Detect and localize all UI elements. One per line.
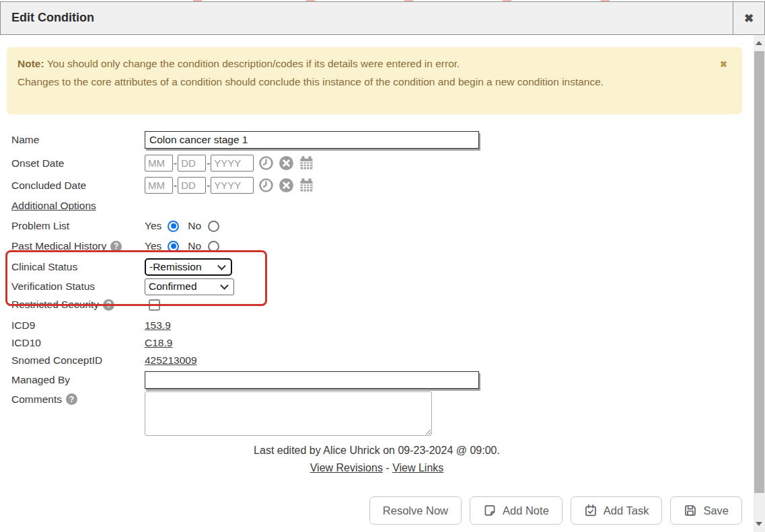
verification-status-label: Verification Status bbox=[11, 280, 95, 293]
problem-list-row: Problem List Yes No bbox=[11, 218, 745, 234]
past-medical-history-row: Past Medical History ? Yes No bbox=[11, 238, 745, 254]
onset-date-row: Onset Date - - bbox=[11, 154, 745, 172]
clear-date-icon[interactable] bbox=[279, 155, 294, 171]
calendar-icon[interactable] bbox=[299, 155, 314, 171]
help-icon[interactable]: ? bbox=[66, 393, 77, 405]
past-medical-history-label: Past Medical History bbox=[11, 240, 106, 252]
add-task-button[interactable]: Add Task bbox=[571, 496, 663, 525]
concluded-day-input[interactable] bbox=[178, 177, 206, 194]
verification-status-select[interactable]: Confirmed bbox=[145, 278, 234, 295]
onset-year-input[interactable] bbox=[211, 155, 254, 172]
note-dismiss-icon[interactable]: ✖ bbox=[720, 55, 727, 73]
problem-list-no-radio[interactable] bbox=[208, 221, 219, 232]
save-label: Save bbox=[703, 504, 729, 517]
save-button[interactable]: Save bbox=[670, 496, 742, 525]
chevron-down-icon bbox=[220, 281, 229, 290]
note-icon bbox=[483, 504, 497, 517]
resolve-now-label: Resolve Now bbox=[383, 504, 448, 517]
comments-textarea[interactable] bbox=[145, 391, 432, 436]
revision-links-row: View Revisions - View Links bbox=[0, 462, 754, 474]
edit-condition-dialog: Edit Condition ✖ Note: You should only c… bbox=[0, 0, 765, 532]
scrollbar-down-arrow-icon[interactable] bbox=[756, 522, 762, 526]
name-input[interactable] bbox=[145, 131, 479, 149]
date-separator: - bbox=[207, 157, 210, 169]
note-text-1: You should only change the condition des… bbox=[47, 58, 460, 69]
problem-list-yes-radio[interactable] bbox=[168, 221, 179, 232]
onset-month-input[interactable] bbox=[145, 155, 173, 172]
name-label: Name bbox=[11, 134, 39, 146]
problem-list-yes-label: Yes bbox=[145, 220, 161, 232]
date-separator: - bbox=[207, 180, 210, 192]
concluded-date-row: Concluded Date - - bbox=[11, 176, 745, 194]
action-button-bar: Resolve Now Add Note Add Task Save bbox=[0, 496, 742, 525]
close-icon: ✖ bbox=[744, 11, 754, 26]
view-links-link[interactable]: View Links bbox=[392, 462, 443, 473]
problem-list-no-label: No bbox=[188, 220, 201, 232]
icd9-row: ICD9 153.9 bbox=[11, 317, 745, 334]
chevron-down-icon bbox=[217, 262, 226, 270]
note-banner: Note: You should only change the conditi… bbox=[7, 47, 742, 114]
managed-by-row: Managed By bbox=[11, 371, 745, 389]
date-separator: - bbox=[174, 157, 177, 169]
icd10-row: ICD10 C18.9 bbox=[11, 335, 745, 351]
concluded-year-input[interactable] bbox=[211, 177, 254, 194]
scrollbar-thumb[interactable] bbox=[754, 51, 764, 493]
comments-label: Comments bbox=[11, 393, 62, 406]
scrollbar bbox=[754, 35, 765, 532]
view-revisions-link[interactable]: View Revisions bbox=[310, 462, 383, 473]
onset-date-label: Onset Date bbox=[11, 157, 64, 169]
managed-by-input[interactable] bbox=[145, 371, 479, 389]
onset-day-input[interactable] bbox=[178, 155, 206, 172]
restricted-security-checkbox[interactable] bbox=[149, 299, 160, 311]
calendar-icon[interactable] bbox=[299, 178, 314, 193]
clinical-status-label: Clinical Status bbox=[11, 261, 77, 273]
scrollbar-up-arrow-icon[interactable] bbox=[756, 41, 762, 45]
help-icon[interactable]: ? bbox=[103, 299, 114, 311]
additional-options-link[interactable]: Additional Options bbox=[11, 200, 96, 212]
date-separator: - bbox=[174, 180, 177, 192]
add-task-label: Add Task bbox=[604, 504, 649, 517]
clinical-status-select[interactable]: -Remission bbox=[145, 258, 232, 276]
pmh-no-label: No bbox=[188, 240, 201, 252]
name-row: Name bbox=[11, 130, 745, 149]
clock-icon[interactable] bbox=[258, 155, 274, 171]
link-separator: - bbox=[386, 462, 392, 473]
close-button[interactable]: ✖ bbox=[733, 2, 764, 34]
pmh-no-radio[interactable] bbox=[208, 241, 219, 252]
dialog-title: Edit Condition bbox=[11, 2, 94, 34]
help-icon[interactable]: ? bbox=[110, 241, 122, 252]
snomed-concept-id-label: Snomed ConceptID bbox=[11, 354, 102, 367]
clock-icon[interactable] bbox=[258, 178, 274, 193]
add-note-button[interactable]: Add Note bbox=[470, 496, 562, 525]
icd9-link[interactable]: 153.9 bbox=[145, 319, 171, 332]
snomed-concept-id-link[interactable]: 425213009 bbox=[145, 354, 197, 367]
icd9-label: ICD9 bbox=[11, 319, 35, 332]
clinical-status-value: -Remission bbox=[149, 261, 202, 273]
note-text-2: Changes to the core attributes of a cond… bbox=[17, 73, 653, 91]
managed-by-label: Managed By bbox=[11, 374, 70, 386]
verification-status-row: Verification Status Confirmed bbox=[11, 278, 745, 295]
save-disk-icon bbox=[684, 504, 697, 517]
task-calendar-icon bbox=[584, 504, 597, 517]
additional-options-row: Additional Options bbox=[11, 198, 745, 214]
icd10-link[interactable]: C18.9 bbox=[145, 337, 172, 349]
icd10-label: ICD10 bbox=[11, 337, 41, 349]
resolve-now-button[interactable]: Resolve Now bbox=[369, 496, 462, 525]
snomed-concept-id-row: Snomed ConceptID 425213009 bbox=[11, 352, 745, 369]
clinical-status-row: Clinical Status -Remission bbox=[11, 258, 745, 276]
dialog-header: Edit Condition ✖ bbox=[0, 1, 765, 35]
restricted-security-label: Restricted Security bbox=[11, 299, 99, 311]
note-line-1: Note: You should only change the conditi… bbox=[17, 54, 653, 73]
restricted-security-row: Restricted Security ? bbox=[11, 297, 745, 313]
concluded-date-label: Concluded Date bbox=[11, 180, 86, 192]
add-note-label: Add Note bbox=[503, 504, 549, 517]
pmh-yes-radio[interactable] bbox=[168, 241, 179, 252]
last-edited-text: Last edited by Alice Uhrick on 09-23-202… bbox=[0, 445, 754, 457]
concluded-month-input[interactable] bbox=[145, 177, 173, 194]
verification-status-value: Confirmed bbox=[149, 280, 197, 293]
problem-list-label: Problem List bbox=[11, 220, 69, 232]
comments-row: Comments ? bbox=[11, 391, 745, 437]
note-label: Note: bbox=[17, 58, 44, 69]
pmh-yes-label: Yes bbox=[145, 240, 161, 252]
clear-date-icon[interactable] bbox=[279, 178, 294, 193]
